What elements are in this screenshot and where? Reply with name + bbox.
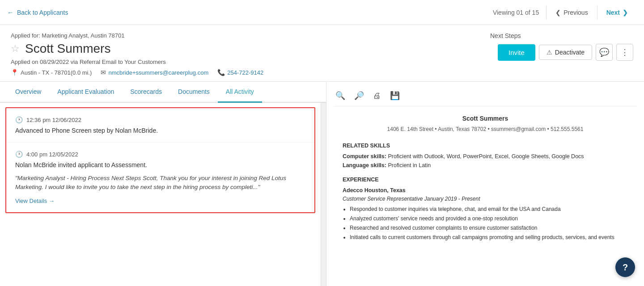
resume-name: Scott Summers: [343, 114, 628, 123]
tab-content-wrapper: 🕐 12:36 pm 12/06/2022 Advanced to Phone …: [0, 103, 326, 286]
resume-toolbar: 🔍 🔎 🖨 💾: [334, 89, 637, 106]
resume-skills-section: RELATED SKILLS Computer skills: Proficie…: [343, 141, 628, 170]
resume-contact-line: 1406 E. 14th Street • Austin, Texas 7870…: [343, 125, 628, 134]
activity-quote-2: "Marketing Analyst - Hiring Process Next…: [15, 174, 305, 192]
location-pin-icon: 📍: [11, 69, 18, 76]
activity-time-1: 🕐 12:36 pm 12/06/2022: [15, 116, 305, 123]
activity-feed-box: 🕐 12:36 pm 12/06/2022 Advanced to Phone …: [5, 107, 315, 213]
left-panel: Overview Applicant Evaluation Scorecards…: [0, 82, 326, 286]
email-link[interactable]: nmcbride+ssummers@careerplug.com: [108, 69, 208, 76]
applicant-name-row: ☆ Scott Summers: [11, 42, 490, 56]
clock-icon-2: 🕐: [15, 151, 23, 158]
company-name-1: Adecco Houston, Texas: [343, 187, 406, 193]
zoom-in-button[interactable]: 🔍: [334, 89, 347, 102]
applicant-name: Scott Summers: [25, 42, 110, 56]
applicant-meta: Applied on 08/29/2022 via Referral Email…: [11, 59, 490, 65]
chevron-right-icon: ❯: [623, 9, 628, 16]
message-icon: 💬: [599, 47, 609, 57]
job-title-1: Customer Service Representative January …: [343, 195, 628, 203]
tab-scorecards[interactable]: Scorecards: [122, 82, 170, 103]
tab-overview[interactable]: Overview: [7, 82, 49, 103]
next-button[interactable]: Next ❯: [597, 5, 637, 20]
download-icon: 💾: [390, 91, 400, 100]
viewing-counter: Viewing 01 of 15: [493, 9, 539, 16]
download-button[interactable]: 💾: [388, 89, 402, 102]
job-role-1: Customer Service Representative: [343, 196, 424, 202]
job-company-1: Adecco Houston, Texas: [343, 186, 628, 195]
zoom-out-icon: 🔎: [354, 91, 364, 100]
job-dates-1: January 2019 - Present: [424, 196, 480, 202]
scroll-indicator[interactable]: [321, 103, 326, 286]
phone-link[interactable]: 254-722-9142: [227, 69, 263, 76]
next-steps-label: Next Steps: [490, 32, 521, 39]
experience-title: EXPERIENCE: [343, 175, 628, 184]
next-steps-buttons: Invite ⚠ Deactivate 💬 ⋮: [498, 44, 633, 61]
resume-panel: 🔍 🔎 🖨 💾 Scott Summers 1406 E. 14th Stree…: [326, 82, 644, 286]
bullet-4: Initiated calls to current customers thr…: [350, 233, 628, 242]
next-steps-panel: Next Steps Invite ⚠ Deactivate 💬 ⋮: [490, 32, 633, 61]
applied-for-label: Applied for: Marketing Analyst, Austin 7…: [11, 32, 490, 39]
resume-experience-section: EXPERIENCE Adecco Houston, Texas Custome…: [343, 175, 628, 242]
activity-title-2: Nolan McBride invited applicant to Asses…: [15, 161, 305, 168]
tabs-bar: Overview Applicant Evaluation Scorecards…: [0, 82, 326, 103]
message-button[interactable]: 💬: [596, 44, 613, 61]
ellipsis-icon: ⋮: [621, 47, 629, 57]
skill-value-1: Proficient with Outlook, Word, PowerPoin…: [388, 153, 584, 160]
back-to-applicants-link[interactable]: ← Back to Applicants: [7, 9, 68, 16]
nav-right: Viewing 01 of 15 ❮ Previous Next ❯: [493, 5, 637, 20]
tab-evaluation[interactable]: Applicant Evaluation: [49, 82, 122, 103]
skill-item-1: Computer skills: Proficient with Outlook…: [343, 152, 628, 161]
favorite-star-icon[interactable]: ☆: [11, 43, 20, 55]
chevron-left-icon: ❮: [555, 9, 561, 16]
location-text: Austin - TX - 78701(0.0 mi.): [21, 69, 92, 76]
bullet-1: Responded to customer inquiries via tele…: [350, 205, 628, 214]
print-icon: 🖨: [373, 91, 381, 100]
view-details-link[interactable]: View Details →: [15, 198, 55, 204]
activity-title-1: Advanced to Phone Screen step by Nolan M…: [15, 127, 305, 134]
activity-tab-content: 🕐 12:36 pm 12/06/2022 Advanced to Phone …: [0, 103, 321, 286]
applicant-header: Applied for: Marketing Analyst, Austin 7…: [0, 25, 644, 82]
clock-icon-1: 🕐: [15, 116, 23, 123]
back-link-label: Back to Applicants: [17, 9, 68, 16]
deactivate-icon: ⚠: [547, 49, 552, 56]
deactivate-button[interactable]: ⚠ Deactivate: [539, 45, 592, 60]
phone-icon: 📞: [217, 69, 225, 76]
tab-documents[interactable]: Documents: [170, 82, 218, 103]
zoom-in-icon: 🔍: [335, 91, 345, 100]
resume-content: Scott Summers 1406 E. 14th Street • Aust…: [334, 114, 637, 242]
skill-label-1: Computer skills:: [343, 153, 386, 160]
zoom-out-button[interactable]: 🔎: [352, 89, 366, 102]
phone-item: 📞 254-722-9142: [217, 69, 263, 76]
applicant-contact: 📍 Austin - TX - 78701(0.0 mi.) ✉ nmcbrid…: [11, 69, 490, 76]
tab-all-activity[interactable]: All Activity: [218, 82, 262, 103]
job-bullets-1: Responded to customer inquiries via tele…: [343, 205, 628, 242]
activity-time-2: 🕐 4:00 pm 12/05/2022: [15, 151, 305, 158]
email-item: ✉ nmcbride+ssummers@careerplug.com: [101, 69, 208, 76]
top-bar: ← Back to Applicants Viewing 01 of 15 ❮ …: [0, 0, 644, 25]
mail-icon: ✉: [101, 69, 106, 76]
main-content: Overview Applicant Evaluation Scorecards…: [0, 82, 644, 286]
arrow-left-icon: ←: [7, 9, 13, 16]
skill-label-2: Language skills:: [343, 162, 386, 168]
invite-button[interactable]: Invite: [498, 44, 535, 61]
bullet-3: Researched and resolved customer complai…: [350, 224, 628, 232]
previous-button[interactable]: ❮ Previous: [546, 5, 597, 20]
skill-value-2: Proficient in Latin: [388, 162, 431, 168]
location-item: 📍 Austin - TX - 78701(0.0 mi.): [11, 69, 92, 76]
skills-title: RELATED SKILLS: [343, 141, 628, 150]
bullet-2: Analyzed customers' service needs and pr…: [350, 214, 628, 223]
activity-item-2: 🕐 4:00 pm 12/05/2022 Nolan McBride invit…: [6, 142, 314, 212]
activity-item-1: 🕐 12:36 pm 12/06/2022 Advanced to Phone …: [6, 108, 314, 142]
applicant-info: Applied for: Marketing Analyst, Austin 7…: [11, 32, 490, 76]
more-options-button[interactable]: ⋮: [616, 44, 633, 61]
skill-item-2: Language skills: Proficient in Latin: [343, 161, 628, 170]
print-button[interactable]: 🖨: [371, 89, 383, 102]
question-mark-icon: ?: [623, 262, 628, 273]
help-button[interactable]: ?: [615, 257, 635, 277]
